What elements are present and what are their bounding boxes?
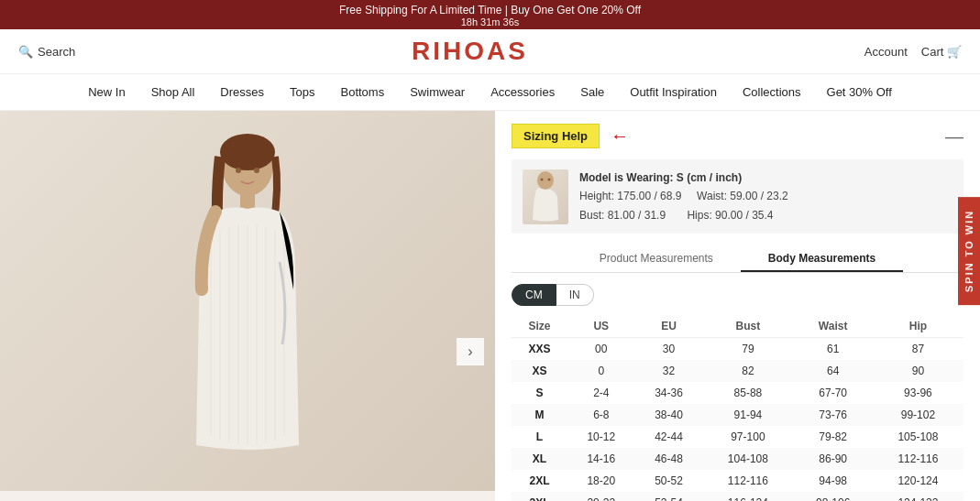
table-col-waist: Waist	[793, 315, 872, 338]
logo[interactable]: RIHOAS	[75, 37, 864, 66]
size-table: SizeUSEUBustWaistHip XXS0030796187XS0328…	[512, 315, 963, 501]
next-arrow-button[interactable]: ›	[457, 338, 484, 365]
table-cell: 124-132	[873, 492, 963, 501]
cart-label: Cart	[921, 45, 944, 59]
table-cell: 50-52	[635, 470, 703, 492]
table-cell: 79-82	[793, 426, 872, 448]
table-row: 2XL18-2050-52112-11694-98120-124	[512, 470, 963, 492]
main-nav: New InShop AllDressesTopsBottomsSwimwear…	[0, 74, 980, 111]
table-cell: 2-4	[567, 382, 635, 404]
model-thumbnail	[523, 169, 568, 224]
svg-point-13	[254, 168, 259, 173]
table-cell: 52-54	[635, 492, 703, 501]
tab-body-measurements[interactable]: Body Measurements	[741, 246, 903, 272]
table-cell: XL	[512, 448, 567, 470]
nav-item-bottoms[interactable]: Bottoms	[341, 85, 385, 99]
nav-item-collections[interactable]: Collections	[743, 85, 801, 99]
table-cell: 73-76	[793, 404, 872, 426]
table-row: 3XL20-2252-54116-12498-106124-132	[512, 492, 963, 501]
table-cell: 79	[702, 338, 793, 361]
table-cell: 120-124	[873, 470, 963, 492]
table-row: M6-838-4091-9473-7699-102	[512, 404, 963, 426]
table-cell: 104-108	[702, 448, 793, 470]
table-cell: 10-12	[567, 426, 635, 448]
nav-item-shop-all[interactable]: Shop All	[151, 85, 195, 99]
table-cell: 67-70	[793, 382, 872, 404]
search-button[interactable]: 🔍 Search	[18, 45, 75, 59]
table-cell: 30	[635, 338, 703, 361]
product-image-wrapper: ›	[0, 111, 495, 501]
nav-item-new-in[interactable]: New In	[88, 85, 125, 99]
table-cell: S	[512, 382, 567, 404]
table-cell: 20-22	[567, 492, 635, 501]
header: 🔍 Search RIHOAS Account Cart 🛒	[0, 29, 980, 74]
table-cell: 34-36	[635, 382, 703, 404]
cart-button[interactable]: Cart 🛒	[921, 45, 962, 59]
table-cell: 2XL	[512, 470, 567, 492]
table-col-hip: Hip	[873, 315, 963, 338]
svg-point-16	[548, 178, 551, 180]
nav-item-accessories[interactable]: Accessories	[490, 85, 555, 99]
nav-item-swimwear[interactable]: Swimwear	[410, 85, 465, 99]
model-info-text: Model is Wearing: S (cm / inch) Height: …	[579, 169, 788, 224]
table-cell: L	[512, 426, 567, 448]
table-cell: 94-98	[793, 470, 872, 492]
table-cell: 46-48	[635, 448, 703, 470]
table-cell: 85-88	[702, 382, 793, 404]
product-image	[0, 111, 495, 491]
table-cell: 82	[702, 360, 793, 382]
table-col-eu: EU	[635, 315, 703, 338]
measurement-tabs: Product Measurements Body Measurements	[512, 246, 963, 273]
model-info: Model is Wearing: S (cm / inch) Height: …	[512, 159, 963, 234]
table-cell: 64	[793, 360, 872, 382]
table-cell: 116-124	[702, 492, 793, 501]
svg-point-14	[537, 171, 554, 190]
table-col-size: Size	[512, 315, 567, 338]
table-cell: 00	[567, 338, 635, 361]
tab-product-measurements[interactable]: Product Measurements	[572, 246, 741, 272]
nav-item-sale[interactable]: Sale	[580, 85, 604, 99]
spin-to-win-button[interactable]: SPIN TO WIN	[958, 196, 980, 304]
table-cell: M	[512, 404, 567, 426]
nav-item-dresses[interactable]: Dresses	[220, 85, 264, 99]
minimize-button[interactable]: —	[945, 127, 963, 146]
unit-cm-button[interactable]: CM	[512, 284, 556, 306]
nav-item-get-30-off[interactable]: Get 30% Off	[827, 85, 892, 99]
model-height: Height: 175.00 / 68.9 Waist: 59.00 / 23.…	[579, 187, 788, 205]
svg-point-15	[541, 178, 544, 180]
table-cell: XS	[512, 360, 567, 382]
cart-icon: 🛒	[947, 45, 962, 59]
announcement-text: Free Shipping For A Limited Time | Buy O…	[0, 4, 980, 16]
unit-in-button[interactable]: IN	[556, 284, 594, 306]
search-label: Search	[38, 45, 75, 59]
table-header-row: SizeUSEUBustWaistHip	[512, 315, 963, 338]
table-cell: XXS	[512, 338, 567, 361]
nav-item-tops[interactable]: Tops	[290, 85, 314, 99]
header-actions: Account Cart 🛒	[864, 45, 962, 59]
main-content: › Sizing Help ← — Model is Wearing: S (c…	[0, 111, 980, 501]
table-cell: 38-40	[635, 404, 703, 426]
table-col-us: US	[567, 315, 635, 338]
svg-point-1	[220, 134, 275, 170]
arrow-icon: ←	[611, 125, 629, 147]
table-cell: 112-116	[702, 470, 793, 492]
table-cell: 3XL	[512, 492, 567, 501]
model-wearing: Model is Wearing: S (cm / inch)	[579, 171, 742, 184]
announcement-bar: Free Shipping For A Limited Time | Buy O…	[0, 0, 980, 29]
table-cell: 91-94	[702, 404, 793, 426]
table-cell: 18-20	[567, 470, 635, 492]
table-cell: 32	[635, 360, 703, 382]
nav-item-outfit-inspiration[interactable]: Outfit Inspiration	[630, 85, 717, 99]
table-cell: 93-96	[873, 382, 963, 404]
table-cell: 61	[793, 338, 872, 361]
table-cell: 105-108	[873, 426, 963, 448]
table-cell: 0	[567, 360, 635, 382]
table-cell: 99-102	[873, 404, 963, 426]
table-cell: 6-8	[567, 404, 635, 426]
sizing-help-badge: Sizing Help	[512, 124, 600, 148]
table-cell: 90	[873, 360, 963, 382]
table-cell: 14-16	[567, 448, 635, 470]
model-svg	[119, 125, 376, 491]
table-row: XS032826490	[512, 360, 963, 382]
account-link[interactable]: Account	[864, 45, 908, 59]
